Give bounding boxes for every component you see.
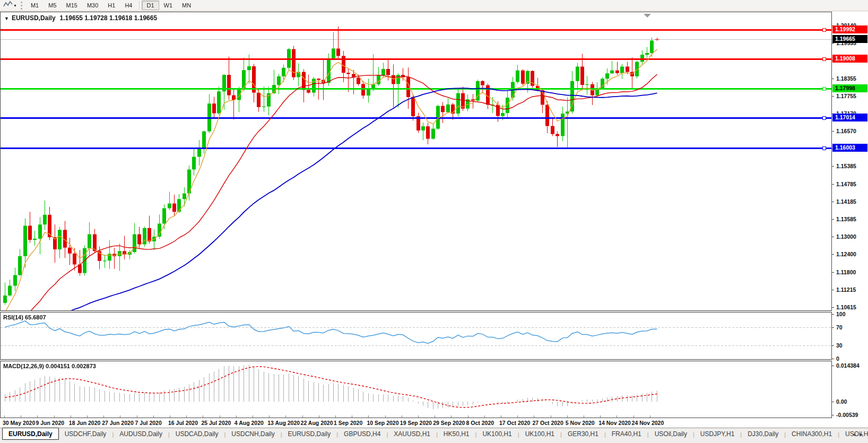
chart-tab-china300-h1[interactable]: CHINA300,H1 [786, 428, 838, 440]
tick-text: 30 [836, 342, 843, 349]
chart-tab-usdjpy-h1[interactable]: USDJPY,H1 [695, 428, 740, 440]
chart-tab-eurusd-daily[interactable]: EURUSD,Daily [2, 428, 59, 440]
tick-text: 1.16570 [836, 128, 856, 134]
macd-canvas[interactable] [1, 361, 831, 418]
timeframe-button-w1[interactable]: W1 [159, 1, 178, 10]
chart-tab-uk100-h1[interactable]: UK100,H1 [519, 428, 560, 440]
chart-ohlc-values: 1.19655 1.19728 1.19618 1.19665 [60, 14, 158, 22]
date-axis[interactable]: 30 May 20209 Jun 202018 Jun 202027 Jun 2… [0, 418, 868, 428]
tick-text: 0 [836, 355, 839, 362]
tab-scroll-right-icon[interactable]: ► [859, 432, 864, 437]
date-axis-label: 27 Jun 2020 [102, 420, 134, 426]
date-axis-label: 4 Aug 2020 [235, 420, 264, 426]
date-axis-label: 1 Sep 2020 [334, 420, 362, 426]
chevron-down-icon[interactable]: ▼ [13, 4, 17, 7]
tick-dash [832, 202, 834, 202]
tick-dash [832, 131, 834, 132]
chart-tab-usdcnh-daily[interactable]: USDCNH,Daily [225, 428, 280, 440]
tick-dash [832, 345, 834, 346]
tick-text: 1.14185 [836, 198, 856, 205]
date-axis-label: 5 Nov 2020 [566, 420, 595, 426]
chart-tab-audusd-daily[interactable]: AUDUSD,Daily [114, 428, 168, 440]
collapse-triangle-icon[interactable]: ▼ [4, 16, 9, 21]
chart-tab-hk50-h1[interactable]: HK50,H1 [438, 428, 475, 440]
tick-dash [832, 402, 834, 402]
timeframe-button-d1[interactable]: D1 [142, 1, 159, 10]
macd-axis-label: 0.014384 [832, 362, 868, 369]
tick-dash [832, 366, 834, 366]
date-axis-label: 19 Sep 2020 [400, 420, 432, 426]
chart-tab-bar: EURUSD,DailyUSDCHF,Daily|AUDUSD,Daily|US… [0, 428, 868, 443]
timeframe-button-m5[interactable]: M5 [44, 1, 61, 10]
macd-axis-label: 0.00 [832, 398, 868, 405]
tick-dash [832, 290, 834, 290]
date-axis-label: 13 Aug 2020 [267, 420, 300, 426]
chart-tab-gbpusd-h4[interactable]: GBPUSD,H4 [338, 428, 386, 440]
price-axis-label: 1.10615 [832, 303, 868, 311]
chart-tab-usdcad-daily[interactable]: USDCAD,Daily [170, 428, 224, 440]
timeframe-button-h4[interactable]: H4 [120, 1, 137, 10]
timeframe-button-m1[interactable]: M1 [26, 1, 44, 10]
rsi-axis-label: 100 [832, 310, 868, 318]
rsi-indicator-panel: RSI(14) 65.6807 [0, 312, 832, 360]
rsi-axis-label: 70 [832, 324, 868, 331]
timeframe-button-h1[interactable]: H1 [103, 1, 120, 10]
rsi-canvas[interactable] [1, 312, 831, 359]
chart-tabs: EURUSD,DailyUSDCHF,Daily|AUDUSD,Daily|US… [2, 428, 868, 440]
price-axis-label: 1.13000 [832, 233, 868, 240]
chart-tab-usoil-daily[interactable]: USOil,Daily [649, 428, 693, 440]
date-axis-label: 17 Oct 2020 [499, 420, 530, 426]
tick-dash [832, 166, 834, 167]
price-axis[interactable]: 1.201401.195551.189551.183551.177551.171… [832, 12, 868, 418]
price-axis-label: 1.16570 [832, 127, 868, 135]
date-axis-label: 10 Sep 2020 [367, 420, 398, 426]
tick-text: 1.15385 [836, 163, 856, 169]
tick-dash [832, 272, 834, 273]
date-axis-label: 9 Jun 2020 [36, 420, 64, 426]
toolbar-grip[interactable] [21, 2, 23, 10]
macd-label: MACD(12,26,9) 0.004151 0.002873 [3, 363, 96, 369]
chart-tool-button[interactable]: ▼ [2, 1, 19, 11]
main-chart-canvas[interactable] [1, 12, 831, 310]
date-axis-label: 29 Sep 2020 [433, 420, 465, 426]
chart-tab-uk100-h1[interactable]: UK100,H1 [476, 428, 517, 440]
chart-tab-dj30-daily[interactable]: DJ30,Daily [742, 428, 784, 440]
chart-tab-xauusd-h1[interactable]: XAUUSD,H1 [388, 428, 436, 440]
tab-scroll-left-icon[interactable]: ◄ [852, 432, 856, 437]
rsi-label: RSI(14) 65.6807 [3, 314, 46, 320]
date-axis-label: 22 Aug 2020 [301, 420, 333, 426]
macd-indicator-panel: MACD(12,26,9) 0.004151 0.002873 [0, 361, 832, 418]
zigzag-line-tool-icon [3, 1, 13, 10]
chart-tab-usdchf-daily[interactable]: USDCHF,Daily [59, 428, 112, 440]
date-axis-label: 18 Jun 2020 [69, 420, 101, 426]
timeframe-button-group: M1M5M15M30H1H4D1W1MN [26, 1, 196, 10]
tick-dash [832, 184, 834, 185]
tick-text: 100 [836, 311, 846, 317]
tick-text: 1.18355 [836, 75, 856, 82]
date-axis-label: 7 Jul 2020 [135, 420, 162, 426]
tick-text: 0.00 [836, 398, 847, 405]
rsi-axis-label: 30 [832, 342, 868, 349]
date-axis-label: 30 May 2020 [3, 420, 35, 426]
chart-tab-eurusd-daily[interactable]: EURUSD,Daily [282, 428, 337, 440]
tick-text: 1.13000 [836, 233, 856, 240]
date-axis-label: 8 Oct 2020 [466, 420, 494, 426]
price-axis-label: 1.12400 [832, 250, 868, 258]
tick-text: 1.17755 [836, 93, 856, 99]
chart-tab-ger30-h1[interactable]: GER30,H1 [562, 428, 604, 440]
current-price-badge: 1.19665 [832, 35, 867, 43]
hline-price-badge: 1.17998 [832, 84, 867, 92]
date-axis-label: 24 Nov 2020 [632, 420, 664, 426]
chart-tab-fra40-h1[interactable]: FRA40,H1 [606, 428, 647, 440]
timeframe-button-m30[interactable]: M30 [82, 1, 103, 10]
tick-text: 1.10615 [836, 304, 856, 310]
rsi-axis-label: 0 [832, 355, 868, 362]
hline-price-badge: 1.19008 [832, 55, 867, 63]
tick-text: 1.12400 [836, 251, 856, 257]
tick-text: 1.14785 [836, 181, 856, 187]
date-axis-label: 16 Jul 2020 [168, 420, 198, 426]
hline-price-badge: 1.19992 [832, 25, 867, 33]
timeframe-button-m15[interactable]: M15 [62, 1, 82, 10]
timeframe-button-mn[interactable]: MN [177, 1, 196, 10]
price-axis-label: 1.14185 [832, 198, 868, 205]
